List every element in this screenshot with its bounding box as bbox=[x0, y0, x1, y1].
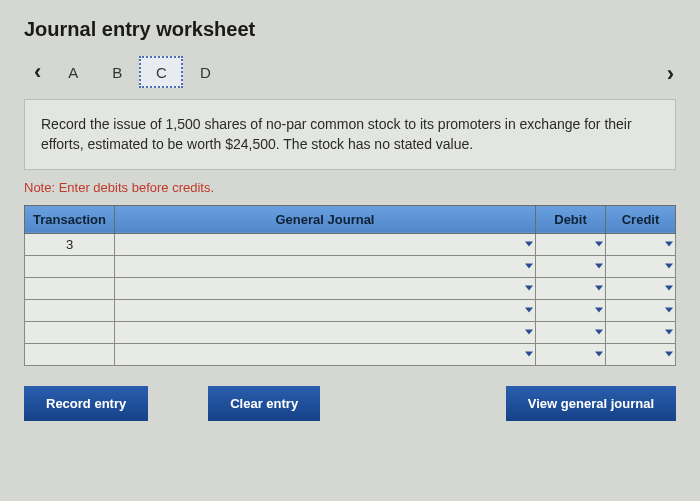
chevron-left-icon[interactable]: ‹ bbox=[24, 55, 51, 89]
cell-debit[interactable] bbox=[536, 233, 606, 255]
cell-transaction[interactable] bbox=[25, 255, 115, 277]
cell-transaction[interactable] bbox=[25, 299, 115, 321]
cell-gj[interactable] bbox=[115, 343, 536, 365]
view-general-journal-button[interactable]: View general journal bbox=[506, 386, 676, 421]
chevron-right-icon[interactable]: › bbox=[657, 57, 684, 91]
cell-gj[interactable] bbox=[115, 299, 536, 321]
page-title: Journal entry worksheet bbox=[24, 18, 676, 41]
tab-d[interactable]: D bbox=[183, 56, 227, 88]
cell-debit[interactable] bbox=[536, 277, 606, 299]
cell-credit[interactable] bbox=[606, 233, 676, 255]
col-header-gj: General Journal bbox=[115, 205, 536, 233]
col-header-debit: Debit bbox=[536, 205, 606, 233]
cell-debit[interactable] bbox=[536, 299, 606, 321]
tabs-row: ‹ A B C D › bbox=[24, 55, 676, 89]
table-row: 3 bbox=[25, 233, 676, 255]
cell-credit[interactable] bbox=[606, 299, 676, 321]
tab-b[interactable]: B bbox=[95, 56, 139, 88]
cell-gj[interactable] bbox=[115, 255, 536, 277]
table-row bbox=[25, 277, 676, 299]
col-header-credit: Credit bbox=[606, 205, 676, 233]
col-header-transaction: Transaction bbox=[25, 205, 115, 233]
cell-debit[interactable] bbox=[536, 255, 606, 277]
cell-gj[interactable] bbox=[115, 277, 536, 299]
journal-table: Transaction General Journal Debit Credit… bbox=[24, 205, 676, 366]
table-row bbox=[25, 255, 676, 277]
cell-credit[interactable] bbox=[606, 277, 676, 299]
cell-credit[interactable] bbox=[606, 255, 676, 277]
tab-c[interactable]: C bbox=[139, 56, 183, 88]
note-text: Note: Enter debits before credits. bbox=[24, 180, 676, 195]
cell-debit[interactable] bbox=[536, 343, 606, 365]
cell-gj[interactable] bbox=[115, 233, 536, 255]
cell-debit[interactable] bbox=[536, 321, 606, 343]
table-row bbox=[25, 321, 676, 343]
button-row: Record entry Clear entry View general jo… bbox=[24, 386, 676, 421]
instruction-text: Record the issue of 1,500 shares of no-p… bbox=[24, 99, 676, 170]
cell-credit[interactable] bbox=[606, 321, 676, 343]
cell-transaction[interactable]: 3 bbox=[25, 233, 115, 255]
cell-transaction[interactable] bbox=[25, 321, 115, 343]
clear-entry-button[interactable]: Clear entry bbox=[208, 386, 320, 421]
cell-transaction[interactable] bbox=[25, 343, 115, 365]
table-row bbox=[25, 299, 676, 321]
record-entry-button[interactable]: Record entry bbox=[24, 386, 148, 421]
tab-a[interactable]: A bbox=[51, 56, 95, 88]
cell-credit[interactable] bbox=[606, 343, 676, 365]
cell-gj[interactable] bbox=[115, 321, 536, 343]
cell-transaction[interactable] bbox=[25, 277, 115, 299]
table-row bbox=[25, 343, 676, 365]
